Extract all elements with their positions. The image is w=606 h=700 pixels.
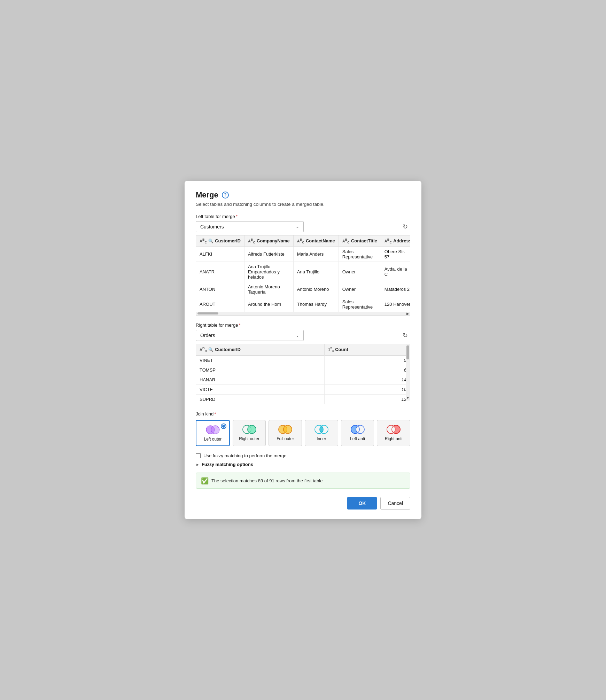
table-cell: VINET [196,355,324,365]
right-table-vertical-scrollbar[interactable]: ▼ [406,344,410,400]
table-cell: Sales Representative [339,297,381,312]
join-kind-right-outer[interactable]: Right outer [233,420,266,446]
table-cell: SUPRD [196,394,324,404]
join-kind-label: Right outer [239,436,259,442]
table-row[interactable]: ALFKIAlfreds FutterkisteMaria AndersSale… [196,247,410,262]
left-table: ABC 🔍 CustomerID ABC CompanyName [196,235,410,312]
fuzzy-options-row[interactable]: ► Fuzzy matching options [196,462,410,467]
table-cell: Owner [339,282,381,297]
join-kind-label: Inner [317,436,326,442]
join-kind-label: Right anti [385,436,403,442]
right-col-count[interactable]: 123 Count [324,344,410,355]
table-row[interactable]: HANAR14 [196,375,410,384]
svg-point-4 [248,425,256,434]
right-col-customerid[interactable]: ABC 🔍 CustomerID [196,344,324,355]
search-icon: 🔍 [208,347,213,352]
table-cell: ANTON [196,282,244,297]
join-kind-label: Join kind* [196,411,410,417]
fuzzy-matching-row: Use fuzzy matching to perform the merge [196,453,410,458]
action-row: OK Cancel [196,497,410,510]
table-cell: Owner [339,262,381,282]
svg-point-2 [211,426,219,434]
table-cell: Antonio Moreno [293,282,339,297]
chevron-down-icon: ⌄ [296,224,299,229]
table-cell: 5 [324,355,410,365]
table-cell: Alfreds Futterkiste [244,247,293,262]
join-kind-left-outer[interactable]: Left outer [196,420,230,446]
left-table-dropdown[interactable]: Customers ⌄ [196,221,304,232]
radio-selected-icon [221,423,226,429]
table-cell: 6 [324,365,410,375]
table-cell: Around the Horn [244,297,293,312]
table-row[interactable]: VINET5 [196,355,410,365]
chevron-down-icon: ⌄ [296,333,299,338]
table-cell: Thomas Hardy [293,297,339,312]
join-kind-label: Full outer [277,436,294,442]
left-table-refresh-button[interactable]: ↻ [400,221,410,232]
join-kind-label: Left anti [350,436,365,442]
left-table-horizontal-scrollbar[interactable]: ▶ [196,312,410,315]
table-row[interactable]: ANATRAna Trujillo Emparedados y heladosA… [196,262,410,282]
right-table-refresh-button[interactable]: ↻ [400,330,410,341]
svg-point-6 [283,425,292,434]
table-cell: Sales Representative [339,247,381,262]
table-row[interactable]: VICTE10 [196,384,410,394]
fuzzy-matching-checkbox[interactable] [196,453,201,458]
venn-diagram [386,425,401,434]
table-row[interactable]: ANTONAntonio Moreno TaqueríaAntonio More… [196,282,410,297]
title-row: Merge ? [196,190,410,200]
right-table-select-row: Orders ⌄ ↻ [196,330,410,341]
table-cell: Maria Anders [293,247,339,262]
venn-diagram [314,425,329,434]
merge-dialog: Merge ? Select tables and matching colum… [185,181,421,519]
left-table-label: Left table for merge* [196,214,410,219]
left-col-customerid[interactable]: ABC 🔍 CustomerID [196,235,244,247]
table-cell: ALFKI [196,247,244,262]
dialog-title: Merge [196,190,218,200]
info-message: The selection matches 89 of 91 rows from… [211,478,323,483]
table-cell: VICTE [196,384,324,394]
table-cell: 12 [324,394,410,404]
check-circle-icon: ✅ [201,477,208,484]
left-col-address[interactable]: ABC Address [381,235,410,247]
join-kind-left-anti[interactable]: Left anti [341,420,374,446]
table-cell: Mataderos 2 [381,282,410,297]
table-cell: 120 Hanover [381,297,410,312]
venn-diagram [350,425,365,434]
right-arrow-icon: ▶ [406,312,409,316]
ok-button[interactable]: OK [347,497,377,510]
right-table-dropdown[interactable]: Orders ⌄ [196,330,304,341]
table-row[interactable]: TOMSP6 [196,365,410,375]
venn-diagram [205,425,220,435]
fuzzy-matching-label: Use fuzzy matching to perform the merge [203,453,286,458]
join-kind-options: Left outer Right outer Full outer Inner [196,420,410,446]
fuzzy-options-label: Fuzzy matching options [202,462,253,467]
info-box: ✅ The selection matches 89 of 91 rows fr… [196,473,410,489]
join-kind-full-outer[interactable]: Full outer [269,420,302,446]
table-row[interactable]: SUPRD12 [196,394,410,404]
left-col-companyname[interactable]: ABC CompanyName [244,235,293,247]
join-kind-inner[interactable]: Inner [305,420,338,446]
table-cell: Ana Trujillo [293,262,339,282]
venn-diagram [278,425,293,434]
table-cell: 10 [324,384,410,394]
table-cell: AROUT [196,297,244,312]
left-table-scroll[interactable]: ABC 🔍 CustomerID ABC CompanyName [196,235,410,312]
left-col-contacttitle[interactable]: ABC ContactTitle [339,235,381,247]
table-row[interactable]: AROUTAround the HornThomas HardySales Re… [196,297,410,312]
help-icon[interactable]: ? [222,192,229,199]
search-icon: 🔍 [208,239,213,243]
left-col-contactname[interactable]: ABC ContactName [293,235,339,247]
cancel-button[interactable]: Cancel [380,497,410,510]
table-cell: HANAR [196,375,324,384]
table-cell: Obere Str. 57 [381,247,410,262]
dialog-subtitle: Select tables and matching columns to cr… [196,202,410,207]
join-kind-right-anti[interactable]: Right anti [377,420,410,446]
down-arrow-icon: ▼ [406,396,410,400]
right-table-wrapper: ABC 🔍 CustomerID 123 Count VINET5TOMSP6H… [196,344,410,404]
right-table: ABC 🔍 CustomerID 123 Count VINET5TOMSP6H… [196,344,410,404]
table-cell: Avda. de la C [381,262,410,282]
left-table-select-row: Customers ⌄ ↻ [196,221,410,232]
venn-diagram [242,425,257,434]
table-cell: Ana Trujillo Emparedados y helados [244,262,293,282]
